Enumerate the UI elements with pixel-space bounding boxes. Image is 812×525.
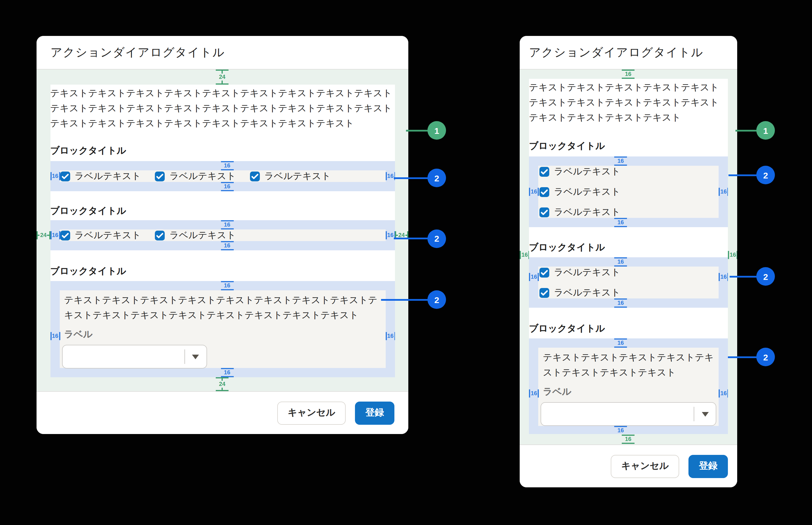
spacing-ruler-16: 16	[50, 331, 59, 341]
spacing-ruler-16: 16	[386, 171, 395, 181]
checkbox-checked-icon[interactable]	[155, 171, 165, 181]
spacing-ruler-16: 16	[50, 171, 59, 181]
callout-badge-1: 1	[756, 121, 775, 140]
callout-line-green	[736, 130, 757, 131]
checkbox-group-row: ラベルテキスト ラベルテキスト	[59, 229, 386, 241]
spacing-ruler-16: 16	[719, 272, 728, 282]
spacing-value: 16	[530, 391, 538, 396]
spacing-value: 24	[40, 232, 47, 238]
spacing-value: 16	[729, 252, 737, 258]
spacing-ruler-24-top: 24	[215, 70, 230, 85]
checkbox-group-stack: ラベルテキスト ラベルテキスト	[538, 267, 719, 298]
checkbox-label: ラベルテキスト	[169, 229, 236, 241]
checkbox-checked-icon[interactable]	[539, 207, 549, 217]
checkbox-checked-icon[interactable]	[539, 288, 549, 298]
checkbox-option[interactable]: ラベルテキスト	[539, 287, 719, 298]
spacing-value: 16	[387, 232, 394, 238]
dialog-footer: キャンセル 登録	[520, 445, 737, 487]
spacing-value: 16	[224, 282, 230, 289]
submit-button[interactable]: 登録	[355, 401, 394, 424]
spacing-ruler-16: 16	[219, 281, 235, 290]
checkbox-option[interactable]: ラベルテキスト	[60, 170, 141, 182]
checkbox-label: ラベルテキスト	[74, 229, 141, 241]
checkbox-checked-icon[interactable]	[60, 171, 70, 181]
callout-line-green	[406, 130, 428, 131]
spacing-value: 24	[219, 381, 225, 388]
measured-block-checkbox-row-2: 16 16 16 16 ラベルテキスト	[50, 220, 395, 250]
checkbox-checked-icon[interactable]	[155, 230, 165, 240]
spacing-value: 24	[397, 232, 405, 238]
spacing-ruler-16-bottom: 16	[621, 435, 636, 445]
cancel-button[interactable]: キャンセル	[277, 401, 346, 424]
dialog-title: アクションダイアログタイトル	[50, 45, 225, 60]
checkbox-option[interactable]: ラベルテキスト	[60, 229, 141, 241]
spacing-ruler-16: 16	[219, 182, 235, 191]
checkbox-option[interactable]: ラベルテキスト	[539, 267, 719, 278]
spacing-value: 16	[618, 427, 624, 434]
dialog-body-text: テキストテキストテキストテキストテキストテキストテキストテキストテキストテキスト…	[50, 85, 395, 131]
checkbox-option[interactable]: ラベルテキスト	[539, 206, 719, 218]
callout-line-blue	[394, 238, 428, 239]
cancel-button[interactable]: キャンセル	[611, 454, 679, 478]
checkbox-label: ラベルテキスト	[554, 267, 620, 278]
checkbox-checked-icon[interactable]	[60, 230, 70, 240]
spacing-value: 16	[625, 71, 631, 78]
spacing-value: 16	[625, 436, 631, 443]
callout-badge-1: 1	[427, 121, 446, 140]
select-input[interactable]	[62, 345, 207, 369]
spacing-value: 16	[720, 189, 727, 195]
measured-block-form: 16 16 16 16 テキストテキストテキストテキストテキストテキストテキスト…	[50, 281, 395, 377]
spacing-value: 16	[224, 242, 230, 249]
spacing-value: 16	[387, 173, 394, 179]
spacing-ruler-16: 16	[613, 426, 628, 434]
checkbox-label: ラベルテキスト	[554, 206, 620, 218]
block-title-2: ブロックタイトル	[50, 206, 395, 215]
spacing-ruler-16: 16	[50, 231, 59, 240]
dialog-content: 16 16 16 16 テキストテキストテキストテキストテキストテキストテキスト…	[520, 70, 737, 445]
callout-badge-2: 2	[427, 290, 446, 309]
checkbox-label: ラベルテキスト	[554, 186, 620, 198]
checkbox-option[interactable]: ラベルテキスト	[539, 166, 719, 177]
checkbox-checked-icon[interactable]	[539, 167, 549, 177]
measured-block-checkbox-stack-1: 16 16 16 16 ラベルテキスト	[529, 156, 728, 227]
block-title-3: ブロックタイトル	[50, 267, 395, 276]
checkbox-option[interactable]: ラベルテキスト	[155, 170, 236, 182]
checkbox-option[interactable]: ラベルテキスト	[250, 170, 331, 182]
select-input[interactable]	[540, 402, 716, 426]
checkbox-group-row: ラベルテキスト ラベルテキスト ラベルテキスト	[59, 170, 386, 182]
dialog-header: アクションダイアログタイトル	[37, 36, 408, 70]
callout-badge-2: 2	[427, 169, 446, 187]
checkbox-checked-icon[interactable]	[539, 267, 549, 277]
select-label: ラベル	[62, 330, 383, 339]
spacing-ruler-16-top: 16	[621, 70, 636, 79]
spacing-value: 16	[224, 162, 230, 169]
block-title-2: ブロックタイトル	[529, 243, 728, 252]
checkbox-option[interactable]: ラベルテキスト	[539, 186, 719, 198]
checkbox-checked-icon[interactable]	[539, 187, 549, 197]
callout-line-blue	[728, 174, 757, 176]
checkbox-group-stack: ラベルテキスト ラベルテキスト ラベルテキスト	[538, 166, 719, 218]
measured-block-checkbox-stack-2: 16 16 16 16 ラベルテキスト	[529, 257, 728, 308]
spacing-value: 16	[224, 183, 230, 190]
design-spec-canvas: アクションダイアログタイトル 24 24 24 24 テキストテキストテキストテ…	[0, 0, 812, 525]
spacing-value: 16	[618, 300, 624, 306]
checkbox-label: ラベルテキスト	[554, 166, 620, 177]
spacing-value: 16	[618, 158, 624, 165]
spacing-value: 16	[720, 391, 727, 396]
dialog-header: アクションダイアログタイトル	[520, 36, 737, 70]
form-block: テキストテキストテキストテキストテキストテキストテキストテキスト ラベル	[538, 348, 719, 426]
callout-line-blue	[381, 299, 428, 300]
dialog-content: 24 24 24 24 テキストテキストテキストテキストテキストテキストテキスト…	[37, 70, 408, 391]
submit-button[interactable]: 登録	[688, 454, 728, 478]
callout-line-blue	[730, 275, 757, 277]
spacing-ruler-16-right: 16	[728, 250, 737, 260]
spacing-value: 16	[618, 219, 624, 226]
dialog-body-text: テキストテキストテキストテキストテキストテキストテキストテキストテキストテキスト…	[529, 79, 728, 125]
spacing-ruler-16: 16	[719, 389, 728, 398]
block-body-text: テキストテキストテキストテキストテキストテキストテキストテキスト	[540, 350, 716, 380]
spacing-ruler-16: 16	[529, 187, 538, 196]
checkbox-option[interactable]: ラベルテキスト	[155, 229, 236, 241]
checkbox-checked-icon[interactable]	[250, 171, 260, 181]
dialog-title: アクションダイアログタイトル	[529, 45, 703, 60]
spacing-value: 16	[530, 189, 538, 195]
